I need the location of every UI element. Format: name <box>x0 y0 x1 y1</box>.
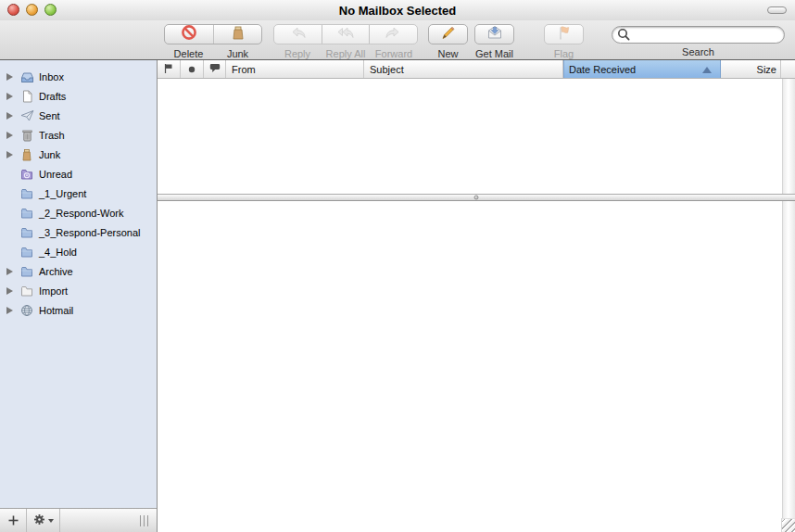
junk-bag-icon <box>19 147 34 161</box>
title-bar[interactable]: No Mailbox Selected <box>0 0 795 20</box>
get-mail-group: Get Mail <box>474 24 514 59</box>
disclosure-triangle-icon[interactable] <box>6 307 16 314</box>
window-resize-grip[interactable] <box>781 518 795 532</box>
sort-ascending-icon <box>702 67 712 73</box>
trash-icon <box>19 128 34 142</box>
compose-icon <box>440 25 456 44</box>
get-mail-button[interactable] <box>475 25 513 44</box>
sidebar-item-junk[interactable]: Junk <box>0 145 157 164</box>
sent-icon <box>19 108 34 122</box>
new-label: New <box>437 48 458 59</box>
folder-blue-icon <box>19 186 34 200</box>
delete-junk-group: Delete Junk <box>164 24 262 59</box>
search-label: Search <box>612 46 785 57</box>
forward-icon <box>385 26 401 44</box>
sidebar-footer <box>0 508 157 532</box>
flag-group: Flag <box>544 24 584 59</box>
sidebar-item-3-respond-personal[interactable]: _3_Respond-Personal <box>0 222 157 242</box>
content-area: Inbox Drafts Sent <box>0 60 795 532</box>
sidebar-item-label: _3_Respond-Personal <box>39 227 140 238</box>
folder-plain-icon <box>19 284 34 298</box>
message-list[interactable] <box>158 79 795 194</box>
footer-spacer <box>60 509 140 532</box>
flag-column-icon <box>163 63 174 76</box>
flag-label: Flag <box>554 48 574 59</box>
header-scrollbar-corner <box>781 60 795 78</box>
forward-button[interactable] <box>369 25 416 44</box>
column-header-flag[interactable] <box>158 60 181 78</box>
action-menu-button[interactable] <box>27 509 60 532</box>
new-group: New <box>428 24 468 59</box>
mailbox-list: Inbox Drafts Sent <box>0 60 157 320</box>
reply-all-icon <box>336 26 355 44</box>
sidebar-item-hotmail[interactable]: Hotmail <box>0 300 157 320</box>
date-received-column-label: Date Received <box>569 64 636 75</box>
sidebar-item-label: Import <box>39 285 68 297</box>
subject-column-label: Subject <box>370 64 404 75</box>
sidebar-item-label: Sent <box>39 110 60 121</box>
toolbar-toggle-button[interactable] <box>767 6 787 14</box>
pane-splitter[interactable] <box>158 194 795 201</box>
splitter-grab-dot[interactable] <box>474 196 479 200</box>
mailbox-sidebar: Inbox Drafts Sent <box>0 60 158 532</box>
disclosure-triangle-icon[interactable] <box>6 73 16 81</box>
sidebar-item-label: Hotmail <box>39 305 73 316</box>
sidebar-item-import[interactable]: Import <box>0 281 157 300</box>
size-column-label: Size <box>757 64 776 75</box>
column-header-date-received[interactable]: Date Received <box>563 60 721 78</box>
preview-scrollbar[interactable] <box>782 201 795 518</box>
flag-button[interactable] <box>545 25 583 44</box>
disclosure-triangle-icon[interactable] <box>6 151 16 158</box>
drafts-icon <box>19 89 34 103</box>
search-input[interactable] <box>612 26 785 44</box>
sidebar-item-label: Inbox <box>39 71 64 82</box>
sidebar-item-drafts[interactable]: Drafts <box>0 86 157 106</box>
disclosure-triangle-icon[interactable] <box>6 287 16 295</box>
new-message-button[interactable] <box>429 25 467 44</box>
toolbar: Delete Junk <box>0 20 795 60</box>
column-header-subject[interactable]: Subject <box>364 60 563 78</box>
add-mailbox-button[interactable] <box>0 509 27 532</box>
sidebar-item-label: Unread <box>39 169 72 180</box>
sidebar-item-label: _1_Urgent <box>39 188 86 199</box>
junk-button[interactable] <box>213 25 261 44</box>
disclosure-triangle-icon[interactable] <box>6 112 16 120</box>
reply-all-button[interactable] <box>322 25 369 44</box>
reply-icon <box>290 26 307 44</box>
sidebar-item-archive[interactable]: Archive <box>0 261 157 281</box>
disclosure-triangle-icon[interactable] <box>6 132 16 139</box>
delete-button[interactable] <box>165 25 213 44</box>
junk-label: Junk <box>227 48 248 59</box>
window-title: No Mailbox Selected <box>0 4 795 18</box>
search-area: Search <box>612 25 785 57</box>
forward-label: Forward <box>375 48 412 59</box>
sidebar-item-2-respond-work[interactable]: _2_Respond-Work <box>0 203 157 222</box>
reply-group: Reply Reply All Forward <box>273 24 418 59</box>
disclosure-triangle-icon[interactable] <box>6 93 16 100</box>
plus-icon <box>8 513 19 529</box>
sidebar-item-4-hold[interactable]: _4_Hold <box>0 242 157 261</box>
message-preview-pane[interactable] <box>158 201 795 532</box>
folder-blue-icon <box>19 245 34 259</box>
reply-all-label: Reply All <box>326 48 366 59</box>
message-list-scrollbar[interactable] <box>782 79 795 194</box>
sidebar-item-unread[interactable]: Unread <box>0 164 157 184</box>
globe-icon <box>19 303 34 317</box>
column-header-size[interactable]: Size <box>721 60 781 78</box>
junk-icon <box>230 25 246 44</box>
sidebar-item-trash[interactable]: Trash <box>0 125 157 145</box>
reply-button[interactable] <box>274 25 322 44</box>
column-header-note[interactable] <box>204 60 226 78</box>
column-header-status[interactable] <box>181 60 204 78</box>
from-column-label: From <box>232 64 256 75</box>
sidebar-resize-handle[interactable] <box>140 515 150 526</box>
gear-icon <box>33 513 45 529</box>
disclosure-triangle-icon[interactable] <box>6 268 16 275</box>
sidebar-item-inbox[interactable]: Inbox <box>0 67 157 86</box>
sidebar-item-sent[interactable]: Sent <box>0 106 157 125</box>
column-header-from[interactable]: From <box>226 60 364 78</box>
sidebar-item-label: Junk <box>39 149 60 160</box>
sidebar-item-label: Archive <box>39 266 73 277</box>
delete-icon <box>180 24 198 44</box>
sidebar-item-1-urgent[interactable]: _1_Urgent <box>0 184 157 203</box>
